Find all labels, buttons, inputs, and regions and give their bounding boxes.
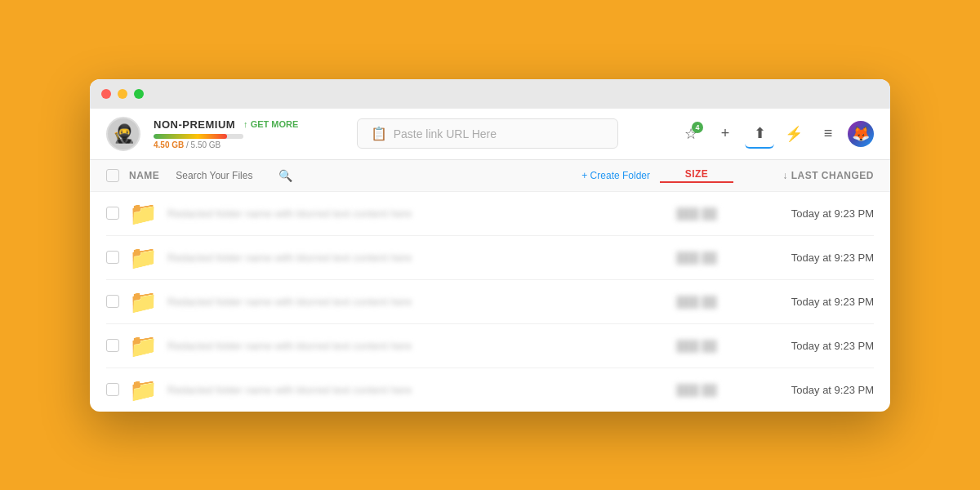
upload-button[interactable]: ⬆ <box>745 119 774 149</box>
paste-link-placeholder: Paste link URL Here <box>394 127 497 140</box>
app-window: 🥷 NON-PREMIUM ↑ GET MORE 4.50 GB / 5.50 … <box>90 79 890 412</box>
folder-icon: 📁 <box>129 376 158 403</box>
plan-label: NON-PREMIUM <box>154 118 235 131</box>
file-name: Redacted folder name with blurred text c… <box>167 384 650 396</box>
add-button[interactable]: + <box>710 119 740 149</box>
folder-icon: 📁 <box>129 332 158 359</box>
search-input[interactable] <box>176 170 274 181</box>
storage-bar-fill <box>154 134 227 139</box>
table-row[interactable]: 📁 Redacted folder name with blurred text… <box>106 192 874 236</box>
file-name: Redacted folder name with blurred text c… <box>167 207 650 220</box>
file-size: ███ ██ <box>660 384 733 396</box>
get-more-link[interactable]: ↑ GET MORE <box>243 119 298 129</box>
maximize-dot[interactable] <box>134 89 144 99</box>
file-changed: Today at 9:23 PM <box>743 207 874 220</box>
file-changed: Today at 9:23 PM <box>743 296 874 308</box>
file-name: Redacted folder name with blurred text c… <box>167 252 650 264</box>
changed-sort-icon: ↓ <box>782 170 788 181</box>
file-name: Redacted folder name with blurred text c… <box>167 340 650 352</box>
avatar-emoji: 🥷 <box>113 123 135 145</box>
browser-logo: 🦊 <box>852 125 870 143</box>
file-changed: Today at 9:23 PM <box>743 252 874 264</box>
file-changed: Today at 9:23 PM <box>743 340 874 352</box>
toolbar-actions: ☆ 4 + ⬆ ⚡ ≡ 🦊 <box>676 119 874 149</box>
table-row[interactable]: 📁 Redacted folder name with blurred text… <box>106 236 874 280</box>
search-files: 🔍 <box>176 169 292 182</box>
changed-column-header[interactable]: ↓ LAST CHANGED <box>743 170 874 181</box>
star-button[interactable]: ☆ 4 <box>676 119 706 149</box>
changed-label: LAST CHANGED <box>791 170 874 181</box>
minimize-dot[interactable] <box>118 89 127 99</box>
table-row[interactable]: 📁 Redacted folder name with blurred text… <box>106 280 874 324</box>
toolbar: 🥷 NON-PREMIUM ↑ GET MORE 4.50 GB / 5.50 … <box>90 109 890 160</box>
size-column-header[interactable]: SIZE <box>660 168 733 183</box>
file-rows: 📁 Redacted folder name with blurred text… <box>90 192 890 412</box>
row-checkbox[interactable] <box>106 383 119 396</box>
file-size: ███ ██ <box>660 340 733 352</box>
plus-icon: + <box>721 125 730 142</box>
link-icon: 📋 <box>371 126 387 141</box>
select-all-checkbox[interactable] <box>106 169 119 182</box>
plan-row: NON-PREMIUM ↑ GET MORE <box>154 118 298 131</box>
folder-icon: 📁 <box>129 200 158 227</box>
avatar: 🥷 <box>106 117 140 151</box>
file-size: ███ ██ <box>660 296 733 308</box>
name-column-header: NAME <box>129 170 159 181</box>
user-info: NON-PREMIUM ↑ GET MORE 4.50 GB / 5.50 GB <box>154 118 298 149</box>
table-row[interactable]: 📁 Redacted folder name with blurred text… <box>106 368 874 412</box>
file-size: ███ ██ <box>660 207 733 220</box>
create-folder-button[interactable]: + Create Folder <box>581 170 650 181</box>
folder-icon: 📁 <box>129 288 158 315</box>
create-folder-label: + Create Folder <box>581 170 650 181</box>
file-list-header: NAME 🔍 + Create Folder SIZE ↓ LAST CHANG… <box>90 160 890 192</box>
titlebar <box>90 79 890 109</box>
row-checkbox[interactable] <box>106 207 119 220</box>
folder-icon: 📁 <box>129 244 158 271</box>
upload-icon: ⬆ <box>754 124 766 142</box>
storage-total: / 5.50 GB <box>186 140 220 149</box>
lightning-icon: ⚡ <box>785 125 803 143</box>
file-size: ███ ██ <box>660 252 733 264</box>
star-badge: 4 <box>692 122 703 133</box>
storage-used: 4.50 GB <box>154 140 184 149</box>
storage-text: 4.50 GB / 5.50 GB <box>154 140 298 149</box>
row-checkbox[interactable] <box>106 339 119 352</box>
table-row[interactable]: 📁 Redacted folder name with blurred text… <box>106 324 874 368</box>
lightning-button[interactable]: ⚡ <box>779 119 808 149</box>
row-checkbox[interactable] <box>106 251 119 264</box>
file-name: Redacted folder name with blurred text c… <box>167 296 650 308</box>
toolbar-middle: 📋 Paste link URL Here <box>311 118 663 149</box>
storage-bar <box>154 134 243 139</box>
close-dot[interactable] <box>101 89 111 99</box>
file-changed: Today at 9:23 PM <box>743 384 874 396</box>
paste-link-input[interactable]: 📋 Paste link URL Here <box>357 118 618 149</box>
row-checkbox[interactable] <box>106 295 119 308</box>
menu-icon: ≡ <box>824 125 833 142</box>
browser-icon[interactable]: 🦊 <box>848 121 874 147</box>
menu-button[interactable]: ≡ <box>813 119 843 149</box>
search-icon: 🔍 <box>278 169 292 182</box>
